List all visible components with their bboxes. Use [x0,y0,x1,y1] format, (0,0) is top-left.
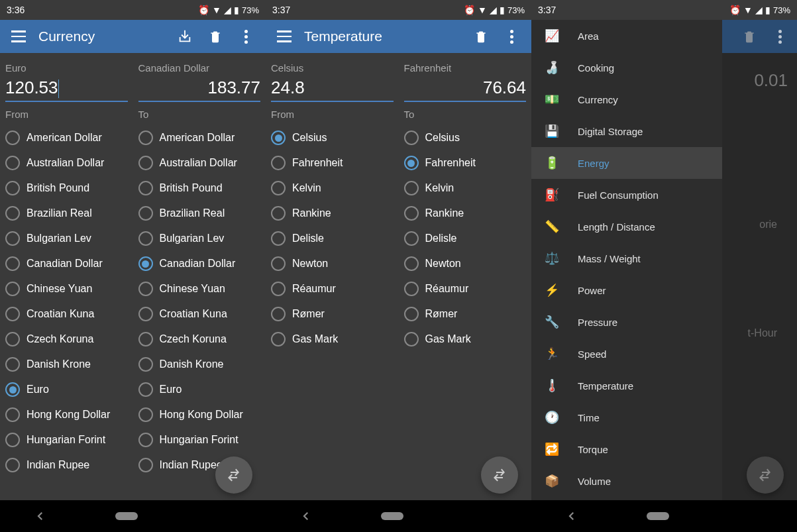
delete-button[interactable] [469,25,493,48]
drawer-item-energy[interactable]: 🔋Energy [531,147,722,179]
drawer-item-mass-weight[interactable]: ⚖️Mass / Weight [531,242,722,274]
swap-fab[interactable] [747,456,784,494]
radio-option[interactable]: Chinese Yuan [5,276,128,301]
nav-back-button[interactable] [34,510,46,522]
radio-option[interactable]: Newton [271,251,394,276]
radio-option[interactable]: Bulgarian Lev [5,226,128,251]
radio-option[interactable]: Fahrenheit [271,150,394,176]
radio-option[interactable]: Hong Kong Dollar [5,402,128,427]
radio-option[interactable]: Rankine [404,201,527,226]
nav-back-button[interactable] [300,510,312,522]
radio-option[interactable]: Czech Koruna [5,327,128,352]
radio-option[interactable]: Rankine [271,201,394,226]
radio-label: Canadian Dollar [27,258,103,270]
radio-option[interactable]: Celsius [404,125,527,150]
nav-home-button[interactable] [115,512,138,520]
radio-option[interactable]: Hungarian Forint [138,427,261,452]
radio-label: Bulgarian Lev [160,233,225,244]
nav-home-button[interactable] [381,512,403,520]
radio-option[interactable]: British Pound [5,176,128,201]
radio-option[interactable]: Bulgarian Lev [138,226,261,251]
drawer-item-volume[interactable]: 📦Volume [531,465,722,497]
radio-option[interactable]: Rømer [404,301,527,327]
delete-button[interactable] [737,25,761,48]
swap-fab[interactable] [215,456,252,494]
drawer-item-label: Time [578,412,600,423]
radio-option[interactable]: Gas Mark [404,327,527,352]
drawer-item-fuel-consumption[interactable]: ⛽Fuel Consumption [531,179,722,211]
radio-option[interactable]: Chinese Yuan [138,276,261,301]
radio-option[interactable]: Brazilian Real [138,201,261,226]
menu-button[interactable] [5,30,32,42]
more-button[interactable] [768,25,792,48]
radio-option[interactable]: Hong Kong Dollar [138,402,261,427]
radio-option[interactable]: Canadian Dollar [138,251,261,276]
radio-label: Croatian Kuna [27,308,94,320]
to-value-input[interactable]: 76.64 [404,74,527,102]
drawer-item-torque[interactable]: 🔁Torque [531,433,722,465]
more-button[interactable] [500,25,523,48]
radio-option[interactable]: Réaumur [271,276,394,301]
radio-option[interactable]: Indian Rupee [5,452,128,478]
nav-back-button[interactable] [566,510,578,522]
drawer-item-digital-storage[interactable]: 💾Digital Storage [531,115,722,147]
drawer-item-currency[interactable]: 💵Currency [531,83,722,115]
radio-option[interactable]: Australian Dollar [5,150,128,176]
drawer-item-length-distance[interactable]: 📏Length / Distance [531,211,722,242]
radio-option[interactable]: British Pound [138,176,261,201]
navigation-drawer: 📈Area🍶Cooking💵Currency💾Digital Storage🔋E… [531,20,722,500]
status-bar: 3:37 ⏰ ▼ ◢ ▮ 73% [266,0,531,20]
radio-option[interactable]: Réaumur [404,276,527,301]
nav-bar [531,500,797,532]
radio-option[interactable]: Kelvin [271,176,394,201]
radio-icon [138,206,153,221]
radio-option[interactable]: Croatian Kuna [5,301,128,327]
drawer-item-speed[interactable]: 🏃Speed [531,338,722,370]
radio-option[interactable]: Hungarian Forint [5,427,128,452]
radio-option[interactable]: American Dollar [5,125,128,150]
more-button[interactable] [234,25,258,48]
radio-option[interactable]: Danish Krone [138,352,261,377]
nav-home-button[interactable] [647,512,669,520]
radio-option[interactable]: Croatian Kuna [138,301,261,327]
radio-option[interactable]: Rømer [271,301,394,327]
radio-option[interactable]: Delisle [271,226,394,251]
radio-option[interactable]: Euro [138,377,261,402]
battery-icon: ▮ [234,5,239,15]
to-value-input[interactable]: 183.77 [138,74,261,102]
drawer-item-time[interactable]: 🕐Time [531,401,722,433]
radio-option[interactable]: Danish Krone [5,352,128,377]
drawer-item-cooking[interactable]: 🍶Cooking [531,52,722,83]
radio-label: Fahrenheit [292,157,343,169]
radio-option[interactable]: Delisle [404,226,527,251]
drawer-item-temperature[interactable]: 🌡️Temperature [531,370,722,401]
radio-option[interactable]: Canadian Dollar [5,251,128,276]
radio-option[interactable]: Australian Dollar [138,150,261,176]
radio-option[interactable]: Gas Mark [271,327,394,352]
download-button[interactable] [173,25,197,48]
radio-label: American Dollar [160,132,235,144]
from-value-input[interactable]: 24.8 [271,74,394,102]
radio-icon [271,256,286,271]
drawer-item-area[interactable]: 📈Area [531,20,722,52]
radio-option[interactable]: Kelvin [404,176,527,201]
radio-option[interactable]: Brazilian Real [5,201,128,226]
drawer-item-pressure[interactable]: 🔧Pressure [531,306,722,338]
to-unit-label: Fahrenheit [404,62,527,74]
menu-button[interactable] [271,30,297,42]
delete-button[interactable] [203,25,227,48]
to-options-list: CelsiusFahrenheitKelvinRankineDelisleNew… [404,125,527,352]
drawer-item-power[interactable]: ⚡Power [531,274,722,306]
swap-fab[interactable] [481,456,518,494]
radio-option[interactable]: Fahrenheit [404,150,527,176]
radio-icon [5,282,20,296]
radio-option[interactable]: Czech Koruna [138,327,261,352]
radio-icon [404,206,419,221]
radio-option[interactable]: American Dollar [138,125,261,150]
from-value-input[interactable]: 120.53 [5,74,128,102]
radio-icon [5,357,20,372]
radio-option[interactable]: Newton [404,251,527,276]
from-options-list: American DollarAustralian DollarBritish … [5,125,128,478]
radio-option[interactable]: Celsius [271,125,394,150]
radio-option[interactable]: Euro [5,377,128,402]
